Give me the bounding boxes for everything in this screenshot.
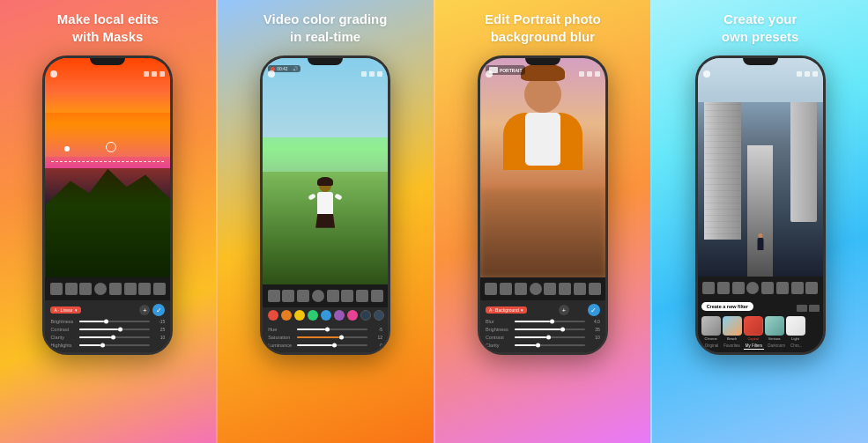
brightness-track[interactable] — [79, 321, 150, 322]
back-icon-4[interactable] — [703, 70, 710, 78]
tool-2-4[interactable] — [312, 290, 324, 302]
tool-4-6[interactable] — [776, 282, 789, 294]
tool-3-5[interactable] — [544, 283, 556, 295]
tool-1[interactable] — [50, 283, 63, 295]
tool-3-7[interactable] — [574, 283, 586, 295]
color-red[interactable] — [268, 310, 278, 321]
add-mask-button[interactable]: + — [139, 305, 150, 315]
clarity-label: Clarity — [50, 335, 77, 340]
contrast-track[interactable] — [79, 329, 150, 330]
hue-thumb[interactable] — [325, 328, 330, 332]
tool-2[interactable] — [65, 283, 78, 295]
add-mask-button-3[interactable]: + — [559, 305, 569, 315]
heart-icon[interactable] — [144, 71, 149, 77]
share-icon-2[interactable] — [369, 71, 375, 77]
clarity-track-3[interactable] — [515, 344, 585, 346]
grid-view-icon[interactable] — [797, 305, 807, 312]
share-icon-3[interactable] — [587, 71, 592, 77]
tab-my-filters[interactable]: My Filters — [744, 343, 765, 350]
color-blue[interactable] — [321, 310, 331, 321]
blur-track[interactable] — [515, 321, 585, 322]
highlights-thumb[interactable] — [100, 343, 105, 348]
clarity-track[interactable] — [79, 336, 150, 338]
tool-4[interactable] — [94, 283, 107, 295]
heart-icon-3[interactable] — [579, 71, 584, 77]
download-icon-4[interactable] — [812, 71, 818, 77]
create-filter-button[interactable]: Create a new filter — [701, 302, 753, 311]
download-icon-3[interactable] — [595, 71, 600, 77]
share-icon-4[interactable] — [805, 71, 810, 77]
tool-7[interactable] — [138, 283, 151, 295]
beach-thumb[interactable] — [723, 316, 742, 336]
tool-4-3[interactable] — [732, 282, 745, 294]
color-dark2[interactable] — [374, 310, 384, 321]
luminance-track[interactable] — [297, 344, 367, 346]
luminance-thumb[interactable] — [332, 343, 337, 348]
contrast-track-3[interactable] — [515, 336, 585, 338]
tool-4-5[interactable] — [761, 282, 774, 294]
download-icon[interactable] — [160, 71, 165, 77]
tool-3-6[interactable] — [559, 283, 571, 295]
back-icon-2[interactable] — [268, 70, 275, 78]
contrast-thumb[interactable] — [118, 328, 122, 332]
tool-3-1[interactable] — [485, 283, 497, 295]
tool-2-1[interactable] — [268, 290, 280, 302]
clarity-thumb-3[interactable] — [536, 343, 540, 348]
color-orange[interactable] — [281, 310, 292, 321]
tool-5[interactable] — [109, 283, 122, 295]
tool-3-4[interactable] — [530, 283, 542, 295]
confirm-button[interactable]: ✓ — [152, 304, 165, 316]
tool-2-2[interactable] — [282, 290, 294, 302]
color-green[interactable] — [308, 310, 318, 321]
linear-badge[interactable]: A · Linear ▾ — [50, 306, 80, 314]
tab-favorites[interactable]: Favorites — [722, 343, 742, 350]
tool-2-3[interactable] — [297, 290, 309, 302]
blur-thumb[interactable] — [550, 320, 554, 324]
color-yellow[interactable] — [294, 310, 305, 321]
tool-8[interactable] — [153, 283, 166, 295]
hue-track[interactable] — [297, 329, 367, 330]
share-icon[interactable] — [152, 71, 157, 77]
heart-icon-2[interactable] — [361, 71, 367, 77]
heart-icon-4[interactable] — [797, 71, 802, 77]
brightness-track-3[interactable] — [515, 329, 585, 330]
tool-2-7[interactable] — [356, 290, 368, 302]
tool-2-8[interactable] — [371, 290, 383, 302]
tool-6[interactable] — [124, 283, 137, 295]
contrast-thumb-3[interactable] — [546, 336, 551, 340]
tab-darkroom[interactable]: Darkroom — [766, 343, 787, 350]
panel-4-title: Create your own presets — [722, 11, 799, 45]
download-icon-2[interactable] — [377, 71, 382, 77]
tool-3-8[interactable] — [589, 283, 601, 295]
highlights-track[interactable] — [79, 344, 150, 346]
confirm-button-3[interactable]: ✓ — [588, 304, 600, 316]
color-purple[interactable] — [334, 310, 345, 321]
saturation-track[interactable] — [297, 336, 367, 338]
back-icon-3[interactable] — [486, 70, 493, 78]
tool-3-3[interactable] — [515, 283, 527, 295]
tab-chro[interactable]: Chro... — [789, 343, 805, 350]
capital-thumb[interactable] — [744, 316, 763, 336]
light-thumb[interactable] — [786, 316, 805, 336]
chrome-thumb[interactable] — [701, 316, 721, 336]
saturation-thumb[interactable] — [339, 336, 344, 340]
ventura-thumb[interactable] — [765, 316, 784, 336]
tool-2-6[interactable] — [341, 290, 353, 302]
tool-3-2[interactable] — [500, 283, 512, 295]
list-view-icon[interactable] — [809, 305, 820, 312]
background-badge[interactable]: A · Background ▾ — [486, 306, 527, 314]
brightness-thumb[interactable] — [104, 320, 108, 324]
back-icon[interactable] — [50, 70, 57, 78]
tool-3[interactable] — [79, 283, 92, 295]
tool-4-7[interactable] — [791, 282, 804, 294]
color-pink[interactable] — [347, 310, 358, 321]
tool-2-5[interactable] — [327, 290, 339, 302]
tool-4-8[interactable] — [805, 282, 818, 294]
tool-4-1[interactable] — [702, 282, 715, 294]
brightness-thumb-3[interactable] — [560, 328, 565, 332]
tab-original[interactable]: Original — [703, 343, 721, 350]
tool-4-4[interactable] — [746, 282, 759, 294]
clarity-thumb[interactable] — [111, 336, 115, 340]
tool-4-2[interactable] — [717, 282, 730, 294]
color-dark[interactable] — [360, 310, 371, 321]
